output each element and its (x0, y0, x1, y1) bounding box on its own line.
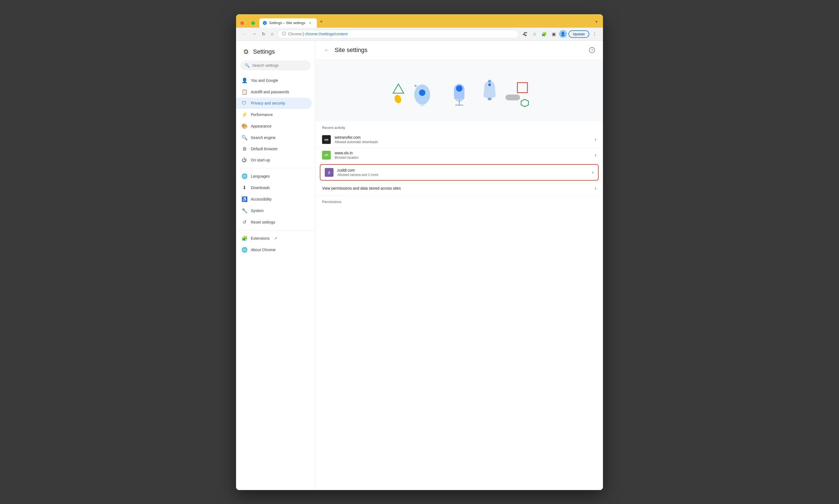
main-layout: Settings 🔍 👤 You and Google 📋 Autofill a… (236, 41, 603, 490)
extensions-icon: 🧩 (541, 32, 547, 37)
search-input[interactable] (252, 63, 307, 68)
sidebar-item-appearance[interactable]: 🎨 Appearance (236, 120, 312, 132)
tab-close-button[interactable]: × (308, 20, 312, 25)
settings-header: Settings (236, 45, 315, 60)
help-button[interactable]: ? (588, 46, 596, 54)
bookmark-icon: ☆ (532, 32, 537, 37)
tab-favicon-icon: ⚙ (263, 21, 267, 25)
page-title: Site settings (335, 47, 367, 54)
default-browser-icon: 🖥 (242, 146, 247, 152)
new-tab-button[interactable]: + (317, 17, 326, 28)
zuddl-name: zuddl.com (337, 168, 592, 173)
svg-point-19 (487, 98, 491, 101)
title-bar-actions: ▾ (594, 18, 598, 28)
view-permissions-row[interactable]: View permissions and data stored across … (315, 182, 603, 195)
svg-point-20 (488, 83, 491, 86)
svg-point-11 (419, 89, 425, 96)
activity-item-olx[interactable]: olx www.olx.in Blocked location › (315, 147, 603, 163)
window-dropdown-button[interactable]: ▾ (594, 18, 598, 25)
appearance-icon: 🎨 (242, 123, 247, 129)
activity-item-zuddl[interactable]: z zuddl.com Allowed camera and 2 more › (320, 164, 598, 181)
site-settings-back-button[interactable]: ← (322, 45, 331, 55)
svg-point-9 (394, 94, 402, 104)
sidebar-label-performance: Performance (251, 112, 273, 117)
svg-marker-8 (393, 84, 404, 93)
maximize-button[interactable] (251, 21, 255, 25)
search-icon: 🔍 (245, 63, 249, 68)
sidebar-item-privacy[interactable]: 🛡 Privacy and security (236, 98, 312, 109)
sidebar: Settings 🔍 👤 You and Google 📋 Autofill a… (236, 41, 315, 490)
sidebar-item-system[interactable]: 🔧 System (236, 205, 312, 216)
minimize-button[interactable] (246, 21, 249, 25)
url-bar[interactable]: i Chrome | chrome://settings/content (277, 30, 519, 38)
sidebar-item-accessibility[interactable]: ♿ Accessibility (236, 194, 312, 205)
sidebar-label-on-startup: On start-up (251, 158, 270, 162)
illustration-area (315, 60, 603, 121)
reload-button[interactable]: ↻ (260, 30, 267, 38)
sidebar-label-appearance: Appearance (251, 124, 272, 128)
chrome-logo-icon (242, 47, 250, 56)
extensions-button[interactable]: 🧩 (540, 30, 548, 38)
olx-desc: Blocked location (335, 156, 595, 160)
tab-title-text: Settings – Site settings (269, 21, 305, 25)
menu-button[interactable]: ⋮ (591, 30, 598, 38)
svg-text:⚙: ⚙ (264, 22, 266, 25)
url-chrome-label: Chrome (288, 32, 302, 36)
sidebar-item-you-and-google[interactable]: 👤 You and Google (236, 75, 312, 86)
you-google-icon: 👤 (242, 77, 247, 84)
sidebar-item-autofill[interactable]: 📋 Autofill and passwords (236, 86, 312, 98)
sidebar-item-default-browser[interactable]: 🖥 Default browser (236, 143, 312, 155)
olx-chevron-icon: › (595, 152, 596, 158)
downloads-icon: ⬇ (242, 185, 247, 191)
external-link-icon: ↗ (274, 236, 277, 240)
svg-marker-23 (521, 99, 528, 106)
sidebar-item-languages[interactable]: 🌐 Languages (236, 170, 312, 182)
on-startup-icon: ⏻ (242, 157, 247, 163)
sidebar-item-search-engine[interactable]: 🔍 Search engine (236, 132, 312, 143)
svg-point-15 (456, 85, 462, 91)
about-chrome-icon: 🌐 (242, 247, 247, 253)
svg-point-13 (415, 85, 417, 87)
sidebar-item-reset[interactable]: ↺ Reset settings (236, 216, 312, 228)
close-button[interactable] (241, 21, 244, 25)
back-area: ← Site settings (322, 45, 367, 55)
zuddl-chevron-icon: › (592, 169, 594, 175)
search-bar-container[interactable]: 🔍 (241, 60, 311, 70)
home-button[interactable]: ⌂ (269, 30, 275, 38)
back-button[interactable]: ← (241, 30, 248, 38)
bookmark-button[interactable]: ☆ (531, 30, 538, 38)
update-button[interactable]: Update (569, 30, 589, 38)
menu-icon: ⋮ (593, 32, 597, 37)
view-permissions-chevron-icon: › (595, 185, 596, 191)
olx-favicon: olx (322, 151, 331, 160)
content-area: ← Site settings ? (315, 41, 603, 490)
avatar[interactable]: 👤 (559, 30, 567, 38)
forward-icon: → (252, 32, 256, 36)
help-icon: ? (589, 47, 595, 53)
active-tab[interactable]: ⚙ Settings – Site settings × (259, 18, 317, 28)
sidebar-label-reset: Reset settings (251, 220, 275, 224)
sidebar-label-about: About Chrome (251, 248, 276, 252)
sidebar-item-on-startup[interactable]: ⏻ On start-up (236, 155, 312, 166)
olx-name: www.olx.in (335, 151, 595, 155)
olx-info: www.olx.in Blocked location (335, 151, 595, 160)
sidebar-label-system: System (251, 209, 264, 213)
browser-window: ⚙ Settings – Site settings × + ▾ ← → ↻ ⌂ (236, 14, 603, 490)
search-engine-icon: 🔍 (242, 134, 247, 141)
back-arrow-icon: ← (324, 47, 329, 53)
share-button[interactable] (521, 30, 529, 38)
svg-text:i: i (284, 33, 284, 35)
svg-rect-22 (517, 83, 527, 93)
sidebar-item-extensions[interactable]: 🧩 Extensions ↗ (236, 233, 312, 244)
forward-button[interactable]: → (250, 30, 258, 38)
autofill-icon: 📋 (242, 89, 247, 95)
sidebar-item-performance[interactable]: ⚡ Performance (236, 109, 312, 120)
sidebar-item-downloads[interactable]: ⬇ Downloads (236, 182, 312, 194)
sidebar-item-about[interactable]: 🌐 About Chrome (236, 244, 312, 255)
sidebar-label-extensions: Extensions (251, 236, 269, 240)
privacy-icon: 🛡 (242, 101, 247, 106)
media-button[interactable]: ▣ (550, 30, 558, 38)
sidebar-label-languages: Languages (251, 174, 270, 178)
wetransfer-name: wetransfer.com (335, 135, 595, 140)
activity-item-wetransfer[interactable]: we wetransfer.com Allowed automatic down… (315, 132, 603, 147)
